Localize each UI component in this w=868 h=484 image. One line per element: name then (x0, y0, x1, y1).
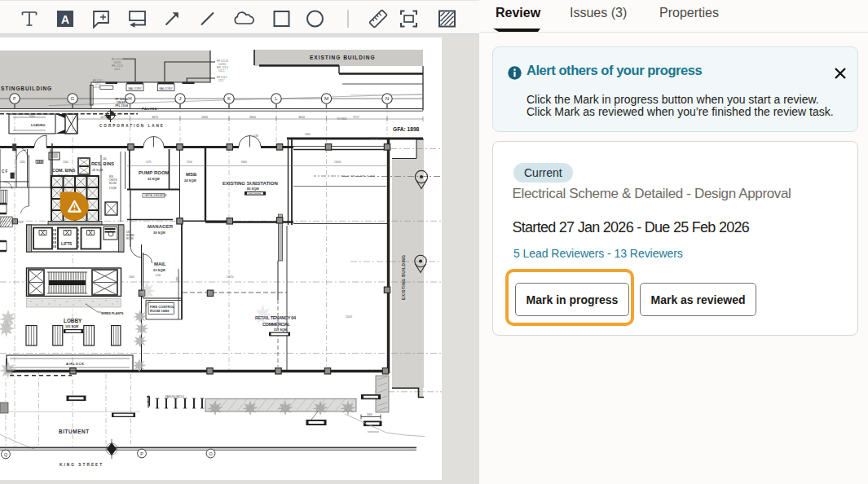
svg-text:32 SQM: 32 SQM (148, 177, 160, 181)
svg-text:LOADING: LOADING (31, 124, 46, 127)
svg-text:14070: 14070 (227, 275, 234, 279)
svg-text:MAIL: MAIL (154, 262, 166, 266)
svg-text:85 SQM: 85 SQM (247, 187, 259, 191)
svg-text:ROOM: ROOM (109, 182, 117, 185)
svg-text:MSB: MSB (186, 172, 197, 177)
svg-text:CAPITAL SUBSTATION: CAPITAL SUBSTATION (144, 194, 167, 197)
svg-text:2470: 2470 (100, 116, 107, 119)
svg-text:5125: 5125 (175, 277, 178, 283)
svg-text:N: N (386, 95, 389, 101)
svg-text:J: J (178, 95, 181, 101)
svg-text:O: O (209, 451, 212, 456)
svg-text:2000: 2000 (201, 116, 208, 119)
svg-text:BALCONY: BALCONY (160, 87, 174, 90)
svg-text:4.56: 4.56 (156, 274, 161, 277)
svg-text:2400: 2400 (129, 275, 134, 279)
svg-text:9440: 9440 (241, 161, 247, 164)
svg-text:A: A (61, 13, 69, 26)
svg-text:STINGBUILDING: STINGBUILDING (1, 86, 52, 91)
svg-text:COM. BINS: COM. BINS (52, 168, 76, 173)
svg-text:FFL 119.8: FFL 119.8 (116, 104, 129, 108)
svg-text:RES. BINS: RES. BINS (91, 161, 114, 166)
svg-text:1500: 1500 (18, 221, 24, 224)
svg-text:4.88: 4.88 (253, 134, 258, 138)
svg-text:M: M (324, 95, 328, 101)
svg-text:9717: 9717 (353, 116, 359, 119)
svg-text:GFA: 1898: GFA: 1898 (393, 126, 420, 132)
svg-text:3000: 3000 (249, 116, 256, 119)
svg-text:COMMERCIAL: COMMERCIAL (262, 322, 291, 327)
svg-text:ROOM 16M2: ROOM 16M2 (150, 309, 170, 313)
svg-text:15000: 15000 (334, 161, 341, 164)
svg-text:1320: 1320 (20, 161, 25, 164)
svg-text:1075: 1075 (146, 161, 152, 164)
svg-text:EXISTING BUILDING: EXISTING BUILDING (402, 255, 406, 300)
svg-text:BITUMENT: BITUMENT (59, 429, 90, 434)
svg-text:3470: 3470 (152, 116, 158, 119)
svg-text:23 SQM: 23 SQM (153, 268, 165, 272)
svg-text:105 SQM: 105 SQM (65, 325, 78, 328)
svg-text:122.7: 122.7 (218, 79, 225, 82)
svg-text:MANAGER: MANAGER (148, 224, 174, 229)
svg-text:P: P (140, 451, 143, 456)
svg-text:240: 240 (103, 157, 107, 161)
svg-text:511 SQM: 511 SQM (274, 328, 287, 332)
svg-text:G: G (71, 95, 75, 101)
svg-text:38 SQM: 38 SQM (153, 231, 165, 235)
svg-text:3000: 3000 (367, 413, 372, 416)
svg-text:121.5: 121.5 (218, 69, 225, 73)
svg-text:6500: 6500 (29, 115, 35, 118)
svg-text:LOBBY: LOBBY (64, 318, 82, 323)
svg-text:EXISTING SUBSTATION: EXISTING SUBSTATION (223, 181, 278, 186)
svg-text:3700: 3700 (187, 161, 192, 164)
svg-text:Q: Q (4, 452, 7, 457)
svg-text:2400: 2400 (305, 133, 311, 136)
svg-text:PALING: PALING (142, 107, 157, 111)
svg-text:F: F (13, 95, 16, 101)
svg-text:21 SQM: 21 SQM (57, 174, 68, 178)
svg-text:NO PARKING: NO PARKING (249, 192, 261, 195)
svg-text:8 SQM: 8 SQM (109, 187, 117, 190)
svg-text:L: L (275, 95, 278, 101)
svg-text:PUMP ROOM: PUMP ROOM (139, 170, 170, 175)
svg-text:757.3952: 757.3952 (337, 117, 347, 121)
svg-text:121.6: 121.6 (93, 86, 99, 89)
svg-text:120.1: 120.1 (114, 68, 121, 71)
svg-text:KING STREET: KING STREET (59, 463, 104, 467)
svg-text:EXISTING BUILDING: EXISTING BUILDING (310, 55, 376, 60)
svg-text:LIFTS: LIFTS (61, 242, 73, 246)
svg-text:ROOM: ROOM (126, 237, 134, 240)
svg-text:3050: 3050 (298, 116, 305, 119)
svg-text:1500: 1500 (63, 161, 68, 164)
svg-text:11007: 11007 (346, 315, 352, 319)
svg-text:H: H (128, 95, 131, 101)
svg-text:BALCONY: BALCONY (129, 87, 143, 90)
svg-text:247.00: 247.00 (371, 137, 379, 140)
svg-text:AIRLOCK: AIRLOCK (66, 362, 84, 366)
svg-text:WIRED PLANTS: WIRED PLANTS (101, 312, 124, 315)
svg-text:C F: C F (2, 169, 8, 174)
svg-text:CORPORATION LANE: CORPORATION LANE (99, 124, 165, 128)
svg-text:FIRE CONTROL: FIRE CONTROL (150, 305, 175, 309)
svg-text:24 SQM: 24 SQM (184, 178, 196, 183)
